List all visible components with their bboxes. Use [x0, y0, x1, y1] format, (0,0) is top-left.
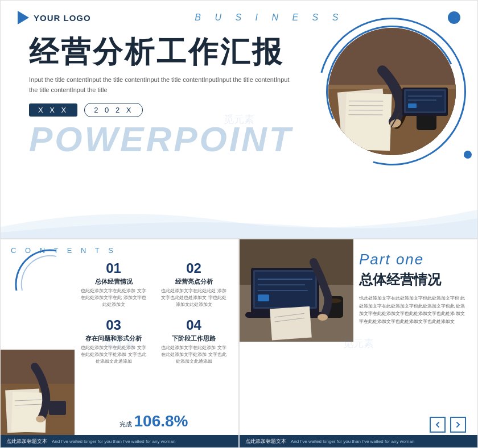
slide2-photo-svg [1, 350, 75, 435]
content-title-4: 下阶段工作思路 [159, 334, 228, 343]
main-title: 经营分析工作汇报 [29, 36, 449, 68]
slide3-bottom-title: 点此添加标题文本 [245, 438, 286, 445]
slide1-main-content: 经营分析工作汇报 Input the title contentInput th… [1, 24, 477, 157]
content-num-4: 04 [159, 317, 228, 333]
tag-xxx: X X X [29, 103, 77, 117]
content-title-3: 存在问题和形式分析 [79, 334, 148, 343]
slide1: YOUR LOGO B U S I N E S S [0, 0, 478, 239]
slide2-bottom-title: 点此添加标题文本 [6, 438, 47, 445]
content-title-1: 总体经营情况 [79, 277, 148, 286]
content-num-1: 01 [79, 260, 148, 276]
slide2: C O N T E N T S 01 总体经营情况 也此处添加文字在此处添加 文… [0, 239, 239, 448]
content-desc-3: 也此处添加文字在此处添加 文字在此处添加文字处添加 文字也此处添加文此通添加 [79, 345, 148, 365]
prev-arrow-button[interactable] [430, 417, 446, 433]
tags-row: X X X 2 0 2 X [29, 103, 449, 117]
slide3-bottom-subtitle: And I've waited longer for you than I've… [291, 439, 414, 444]
powerpoint-text: POWERPOINT [29, 122, 449, 157]
svg-rect-42 [270, 306, 312, 341]
logo-area: YOUR LOGO [18, 11, 91, 24]
content-item-2: 02 经营亮点分析 也此处添加文字在此处此处 添加文字也此处也处添加文 字也此处… [155, 257, 233, 312]
content-desc-1: 也此处添加文字在此处添加 文字在此处添加文字在此 添加文字也此处添加文 [79, 288, 148, 308]
logo-triangle-icon [18, 11, 29, 24]
slide2-photo [1, 350, 75, 435]
content-num-2: 02 [159, 260, 228, 276]
slide2-bottom-bar: 点此添加标题文本 And I've waited longer for you … [1, 435, 238, 447]
slide3-arrows[interactable] [430, 417, 466, 433]
tag-year: 2 0 2 X [84, 103, 143, 117]
next-arrow-button[interactable] [450, 417, 466, 433]
slide3: Part one 总体经营情况 也此处添加文字在此处添加文字也此处添加文字也 此… [239, 239, 478, 448]
slide3-photo [240, 239, 353, 342]
completion-area: 完成 106.8% [75, 412, 233, 430]
arc-svg [11, 245, 62, 296]
svg-rect-33 [255, 272, 315, 307]
part-desc: 也此处添加文字在此处添加文字也此处添加文字也 此处添加文字在此处添加文字也此处添… [359, 294, 468, 325]
completion-value: 106.8% [134, 412, 188, 430]
wave-decoration [1, 193, 477, 238]
content-num-3: 03 [79, 317, 148, 333]
chevron-left-icon [434, 421, 441, 428]
part-one-label: Part one [359, 251, 468, 268]
svg-point-27 [36, 416, 45, 422]
content-title-2: 经营亮点分析 [159, 277, 228, 286]
logo-text: YOUR LOGO [34, 13, 91, 23]
content-item-4: 04 下阶段工作思路 也此处添加文字在此处添加 文字在此处添加文字处添加 文字也… [155, 314, 233, 368]
arc-decoration [11, 245, 62, 298]
content-desc-2: 也此处添加文字在此处此处 添加文字也此处也处添加文 字也此处添加文此处添加文 [159, 288, 228, 308]
slide3-bottom-bar: 点此添加标题文本 And I've waited longer for you … [240, 435, 477, 447]
svg-point-41 [318, 314, 328, 321]
part-title-zh: 总体经营情况 [359, 271, 468, 289]
svg-rect-37 [258, 294, 269, 301]
slide2-bottom-subtitle: And I've waited longer for you than I've… [52, 439, 175, 444]
content-item-1: 01 总体经营情况 也此处添加文字在此处添加 文字在此处添加文字在此 添加文字也… [75, 257, 153, 312]
subtitle-text: Input the title contentInput the title c… [29, 75, 291, 95]
slide3-photo-svg [240, 239, 353, 342]
svg-rect-28 [49, 401, 66, 415]
content-item-3: 03 存在问题和形式分析 也此处添加文字在此处添加 文字在此处添加文字处添加 文… [75, 314, 153, 368]
content-desc-4: 也此处添加文字在此处添加 文字在此处添加文字处添加 文字也此处添加文此通添加 [159, 345, 228, 365]
completion-label: 完成 [120, 420, 132, 429]
chevron-right-icon [455, 421, 461, 428]
